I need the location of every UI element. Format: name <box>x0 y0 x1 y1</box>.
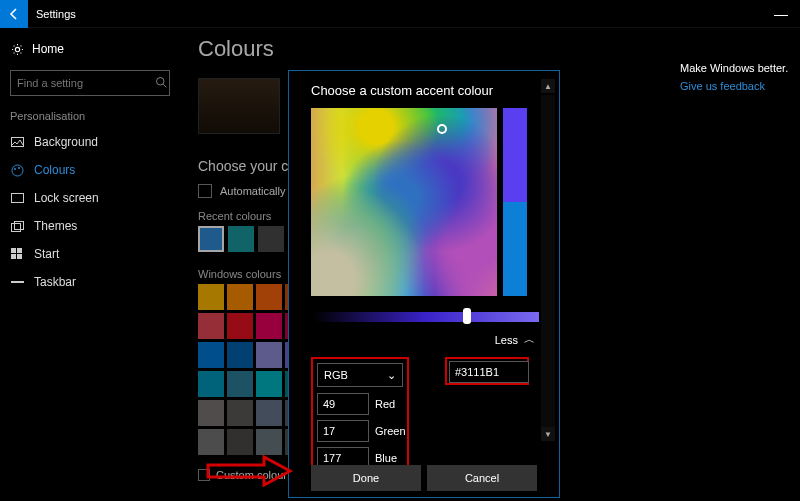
make-windows-better: Make Windows better. <box>680 62 790 74</box>
chevron-down-icon: ⌄ <box>387 369 396 382</box>
windows-swatch[interactable] <box>227 313 253 339</box>
sidebar-item-lockscreen[interactable]: Lock screen <box>10 184 170 212</box>
search-box[interactable] <box>10 70 170 96</box>
back-button[interactable] <box>0 0 28 28</box>
svg-rect-6 <box>11 223 20 231</box>
taskbar-icon <box>10 278 24 286</box>
sidebar-item-background[interactable]: Background <box>10 128 170 156</box>
cancel-button[interactable]: Cancel <box>427 465 537 491</box>
preview-bottom <box>503 202 527 296</box>
picture-icon <box>10 137 24 147</box>
svg-rect-12 <box>11 281 24 283</box>
preview-desktop <box>198 78 280 134</box>
svg-rect-9 <box>17 248 22 253</box>
lock-icon <box>10 193 24 203</box>
custom-colour-dialog: Choose a custom accent colour ▲ ▼ Less ︿… <box>288 70 560 498</box>
mode-value: RGB <box>324 369 348 381</box>
section-label: Personalisation <box>10 110 170 122</box>
themes-icon <box>10 221 24 232</box>
green-input[interactable] <box>317 420 369 442</box>
start-icon <box>10 248 24 260</box>
nav-label: Colours <box>34 163 75 177</box>
nav-label: Background <box>34 135 98 149</box>
home-nav[interactable]: Home <box>10 36 170 62</box>
hex-input[interactable] <box>449 361 529 383</box>
svg-rect-10 <box>11 254 16 259</box>
nav-label: Lock screen <box>34 191 99 205</box>
colour-field[interactable] <box>311 108 497 296</box>
svg-rect-8 <box>11 248 16 253</box>
windows-swatch[interactable] <box>198 342 224 368</box>
svg-point-0 <box>157 77 165 85</box>
windows-swatch[interactable] <box>256 400 282 426</box>
colour-model-select[interactable]: RGB ⌄ <box>317 363 403 387</box>
home-label: Home <box>32 42 64 56</box>
dialog-title: Choose a custom accent colour <box>311 83 541 98</box>
done-button[interactable]: Done <box>311 465 421 491</box>
red-label: Red <box>375 398 395 410</box>
scroll-down-button[interactable]: ▼ <box>541 427 555 441</box>
green-label: Green <box>375 425 406 437</box>
windows-swatch[interactable] <box>256 342 282 368</box>
search-icon <box>155 76 167 91</box>
windows-swatch[interactable] <box>198 400 224 426</box>
windows-swatch[interactable] <box>256 284 282 310</box>
window-title: Settings <box>36 8 76 20</box>
scroll-up-button[interactable]: ▲ <box>541 79 555 93</box>
svg-rect-5 <box>11 194 23 203</box>
title-bar: Settings — <box>0 0 800 28</box>
windows-swatch[interactable] <box>227 400 253 426</box>
svg-point-2 <box>12 165 23 176</box>
search-input[interactable] <box>17 77 155 89</box>
windows-swatch[interactable] <box>256 371 282 397</box>
recent-swatch[interactable] <box>198 226 224 252</box>
svg-point-4 <box>18 167 20 169</box>
colour-cursor[interactable] <box>437 124 447 134</box>
feedback-pane: Make Windows better. Give us feedback <box>680 28 800 501</box>
windows-swatch[interactable] <box>198 313 224 339</box>
windows-swatch[interactable] <box>227 284 253 310</box>
less-label: Less <box>495 334 518 346</box>
sidebar-item-taskbar[interactable]: Taskbar <box>10 268 170 296</box>
palette-icon <box>10 164 24 177</box>
sidebar-item-colours[interactable]: Colours <box>10 156 170 184</box>
svg-rect-11 <box>17 254 22 259</box>
feedback-link[interactable]: Give us feedback <box>680 80 790 92</box>
slider-thumb[interactable] <box>463 308 471 324</box>
sidebar: Home Personalisation Background Colours … <box>0 28 180 501</box>
nav-label: Taskbar <box>34 275 76 289</box>
checkbox-icon[interactable] <box>198 184 212 198</box>
rgb-group-highlight: RGB ⌄ Red Green Blue <box>311 357 409 475</box>
windows-swatch[interactable] <box>256 429 282 455</box>
hex-group-highlight <box>445 357 529 385</box>
red-input[interactable] <box>317 393 369 415</box>
windows-swatch[interactable] <box>227 371 253 397</box>
gear-icon <box>10 43 24 56</box>
sidebar-item-start[interactable]: Start <box>10 240 170 268</box>
less-toggle[interactable]: Less ︿ <box>311 332 541 347</box>
annotation-arrow-icon <box>204 455 294 487</box>
sidebar-item-themes[interactable]: Themes <box>10 212 170 240</box>
recent-swatch[interactable] <box>258 226 284 252</box>
minimize-button[interactable]: — <box>762 0 800 28</box>
windows-swatch[interactable] <box>198 371 224 397</box>
preview-top <box>503 108 527 202</box>
blue-label: Blue <box>375 452 397 464</box>
arrow-left-icon <box>7 7 21 21</box>
chevron-up-icon: ︿ <box>524 332 535 347</box>
svg-point-3 <box>14 168 16 170</box>
windows-swatch[interactable] <box>256 313 282 339</box>
windows-swatch[interactable] <box>198 429 224 455</box>
svg-rect-7 <box>14 221 23 229</box>
colour-preview <box>503 108 527 296</box>
nav-label: Start <box>34 247 59 261</box>
value-slider[interactable] <box>313 312 539 322</box>
windows-swatch[interactable] <box>198 284 224 310</box>
windows-swatch[interactable] <box>227 342 253 368</box>
nav-label: Themes <box>34 219 77 233</box>
page-title: Colours <box>198 36 662 62</box>
recent-swatch[interactable] <box>228 226 254 252</box>
windows-swatch[interactable] <box>227 429 253 455</box>
scrollbar-track[interactable] <box>541 95 555 427</box>
